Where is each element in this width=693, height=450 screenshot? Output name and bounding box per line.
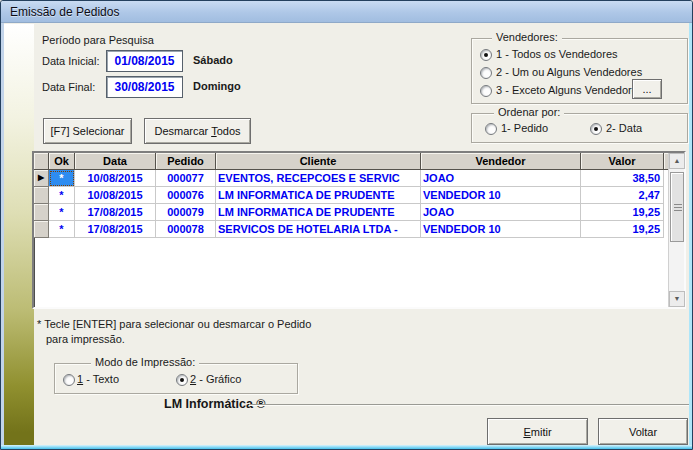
header-vendedor: Vendedor [421, 153, 581, 170]
radio-modo-texto[interactable] [63, 374, 75, 386]
enter-key-note-line2: para impressão. [46, 333, 125, 345]
table-row[interactable]: * 17/08/2015 000079 LM INFORMATICA DE PR… [34, 204, 684, 221]
cell-cliente[interactable]: SERVICOS DE HOTELARIA LTDA - [216, 221, 421, 238]
cell-valor[interactable]: 19,25 [581, 204, 664, 221]
cell-cliente[interactable]: EVENTOS, RECEPCOES E SERVIC [216, 170, 421, 187]
select-vendedores-ellipsis-button[interactable]: ... [632, 79, 662, 99]
radio-um-ou-alguns-vendedores[interactable] [480, 67, 492, 79]
cell-valor[interactable]: 38,50 [581, 170, 664, 187]
table-header-row: Ok Data Pedido Cliente Vendedor Valor [34, 153, 684, 170]
cell-pedido[interactable]: 000076 [156, 187, 216, 204]
end-day-label: Domingo [193, 80, 241, 92]
row-indicator: ▶ [34, 170, 49, 187]
header-data: Data [75, 153, 156, 170]
ordenar-groupbox: Ordenar por: 1- Pedido 2- Data [471, 113, 688, 143]
cell-pedido[interactable]: 000079 [156, 204, 216, 221]
f7-selecionar-button[interactable]: [F7] Selecionar [43, 118, 132, 144]
radio-modo-texto-label[interactable]: 1 - Texto [77, 373, 119, 385]
scroll-down-button[interactable]: ▼ [669, 291, 685, 307]
cell-valor[interactable]: 19,25 [581, 221, 664, 238]
brand-divider [249, 404, 689, 406]
cell-vendedor[interactable]: JOAO [421, 170, 581, 187]
radio-ordenar-pedido-label[interactable]: 1- Pedido [501, 122, 548, 134]
cell-pedido[interactable]: 000077 [156, 170, 216, 187]
start-date-label: Data Inicial: [42, 55, 99, 67]
header-indicator [34, 153, 49, 170]
radio-modo-grafico[interactable] [176, 374, 188, 386]
radio-exceto-alguns-vendedores-label[interactable]: 3 - Exceto Alguns Vendedores [496, 84, 643, 96]
header-pedido: Pedido [156, 153, 216, 170]
modo-impressao-group-label: Modo de Impressão: [91, 356, 199, 368]
enter-key-note-line1: * Tecle [ENTER] para selecionar ou desma… [37, 318, 311, 330]
radio-um-ou-alguns-vendedores-label[interactable]: 2 - Um ou Alguns Vendedores [496, 66, 642, 78]
table-row[interactable]: * 17/08/2015 000078 SERVICOS DE HOTELARI… [34, 221, 684, 238]
cell-valor[interactable]: 2,47 [581, 187, 664, 204]
orders-table[interactable]: Ok Data Pedido Cliente Vendedor Valor ▶ … [32, 151, 686, 309]
scroll-down-icon: ▼ [674, 295, 681, 302]
row-indicator [34, 221, 49, 238]
ordenar-group-label: Ordenar por: [494, 106, 564, 118]
header-valor: Valor [581, 153, 664, 170]
start-date-input[interactable] [106, 50, 183, 72]
emissao-de-pedidos-window: Emissão de Pedidos Período para Pesquisa… [0, 0, 693, 450]
cell-ok[interactable]: * [49, 170, 75, 187]
scroll-up-button[interactable]: ▲ [669, 153, 685, 169]
cell-data[interactable]: 10/08/2015 [75, 187, 156, 204]
cell-vendedor[interactable]: VENDEDOR 10 [421, 187, 581, 204]
cell-vendedor[interactable]: JOAO [421, 204, 581, 221]
cell-cliente[interactable]: LM INFORMATICA DE PRUDENTE [216, 204, 421, 221]
radio-ordenar-data[interactable] [590, 123, 602, 135]
start-day-label: Sábado [193, 54, 233, 66]
desmarcar-todos-button[interactable]: Desmarcar Todos [144, 118, 251, 144]
cell-pedido[interactable]: 000078 [156, 221, 216, 238]
vendedores-groupbox: Vendedores: 1 - Todos os Vendedores 2 - … [471, 38, 688, 104]
header-ok: Ok [49, 153, 75, 170]
cell-ok[interactable]: * [49, 187, 75, 204]
cell-vendedor[interactable]: VENDEDOR 10 [421, 221, 581, 238]
radio-modo-grafico-label[interactable]: 2 - Gráfico [190, 373, 241, 385]
cell-data[interactable]: 17/08/2015 [75, 221, 156, 238]
modo-impressao-groupbox: Modo de Impressão: 1 - Texto 2 - Gráfico [54, 363, 298, 394]
left-gradient-bar [4, 24, 34, 445]
cell-cliente[interactable]: LM INFORMATICA DE PRUDENTE [216, 187, 421, 204]
header-cliente: Cliente [216, 153, 421, 170]
cell-ok[interactable]: * [49, 204, 75, 221]
radio-exceto-alguns-vendedores[interactable] [480, 85, 492, 97]
cell-data[interactable]: 10/08/2015 [75, 170, 156, 187]
cell-data[interactable]: 17/08/2015 [75, 204, 156, 221]
current-row-arrow-icon: ▶ [38, 173, 44, 182]
row-indicator [34, 187, 49, 204]
row-indicator [34, 204, 49, 221]
emitir-button[interactable]: Emitir [487, 418, 588, 445]
scrollbar-thumb[interactable] [670, 172, 684, 242]
window-title: Emissão de Pedidos [1, 1, 119, 19]
radio-ordenar-data-label[interactable]: 2- Data [606, 122, 642, 134]
vendedores-group-label: Vendedores: [492, 31, 562, 43]
titlebar[interactable]: Emissão de Pedidos [1, 1, 693, 23]
end-date-input[interactable] [106, 76, 183, 98]
table-row[interactable]: * 10/08/2015 000076 LM INFORMATICA DE PR… [34, 187, 684, 204]
end-date-label: Data Final: [42, 81, 95, 93]
period-group-label: Período para Pesquisa [42, 34, 154, 46]
radio-ordenar-pedido[interactable] [485, 123, 497, 135]
voltar-button[interactable]: Voltar [598, 418, 688, 445]
window-border-bottom [1, 445, 693, 449]
scroll-up-icon: ▲ [674, 157, 681, 164]
table-row[interactable]: ▶ * 10/08/2015 000077 EVENTOS, RECEPCOES… [34, 170, 684, 187]
cell-ok[interactable]: * [49, 221, 75, 238]
window-border-right [689, 23, 692, 447]
vertical-scrollbar[interactable]: ▲ ▼ [668, 153, 684, 307]
radio-todos-vendedores-label[interactable]: 1 - Todos os Vendedores [496, 48, 618, 60]
radio-todos-vendedores[interactable] [480, 49, 492, 61]
